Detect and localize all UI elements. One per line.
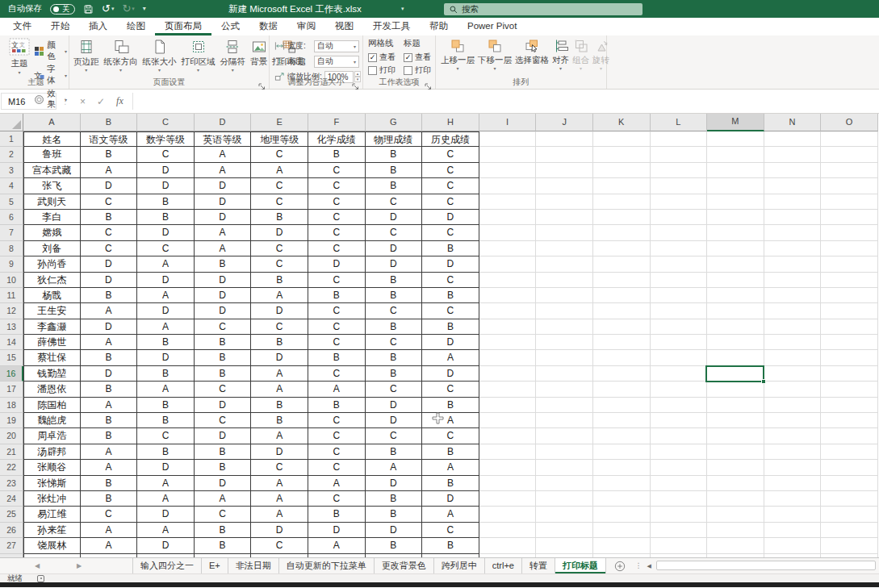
cell[interactable]: A [137,288,195,303]
column-header-C[interactable]: C [137,114,195,131]
cell[interactable]: C [308,491,366,507]
cell[interactable] [764,303,822,319]
cell[interactable]: D [137,178,195,194]
cell[interactable]: 张悌斯 [23,476,81,491]
cell[interactable]: B [137,335,195,350]
cell[interactable]: 狄仁杰 [23,273,81,288]
cell[interactable] [764,491,822,507]
cell[interactable]: B [195,444,252,460]
cell[interactable] [536,256,593,272]
cell[interactable] [821,319,878,335]
column-header-H[interactable]: H [422,114,479,131]
cell[interactable]: D [137,507,195,522]
cell[interactable] [651,523,708,538]
cell[interactable]: B [251,413,308,428]
cell[interactable]: D [137,163,195,178]
cell[interactable]: C [251,178,308,194]
cell[interactable] [651,303,708,319]
cell[interactable] [651,194,708,210]
cell[interactable]: C [308,319,366,335]
cell[interactable]: A [81,538,138,553]
cell[interactable]: C [422,428,479,444]
cell[interactable] [593,507,651,522]
cell[interactable]: A [251,366,308,382]
cell[interactable] [593,398,651,413]
cell[interactable] [821,507,878,522]
row-header-11[interactable]: 11 [0,288,23,303]
row-header-5[interactable]: 5 [0,194,23,210]
sheet-tab-输入四分之一[interactable]: 输入四分之一 [132,558,202,573]
cell[interactable] [764,225,822,240]
sheet-tab-更改背景色[interactable]: 更改背景色 [375,558,434,573]
cell[interactable]: C [366,428,423,444]
cell[interactable]: D [195,428,252,444]
cell[interactable]: C [366,382,423,397]
cell[interactable] [764,444,822,460]
cell[interactable] [479,303,537,319]
cell[interactable] [536,398,593,413]
cell[interactable] [707,382,764,397]
cell[interactable]: B [195,335,252,350]
cell[interactable]: C [251,241,308,256]
cell[interactable]: 姓名 [23,131,81,147]
ribbon-tab-数据[interactable]: 数据 [249,18,287,35]
cell[interactable] [479,350,537,365]
cell[interactable] [707,178,764,194]
cell[interactable] [593,413,651,428]
sheet-nav-left-icon[interactable]: ◀ [16,558,58,573]
cell[interactable]: B [81,382,138,397]
cell[interactable]: D [366,210,423,225]
cell[interactable]: C [308,178,366,194]
cell[interactable]: B [137,366,195,382]
cell[interactable] [479,335,537,350]
cell[interactable] [593,225,651,240]
cell[interactable] [764,366,822,382]
cell[interactable] [821,366,878,382]
checkbox-网格线-打印[interactable]: 打印 [368,65,396,76]
cell[interactable]: B [422,288,479,303]
cell[interactable]: B [366,288,423,303]
cell[interactable] [651,413,708,428]
cell[interactable]: 张飞 [23,178,81,194]
cell[interactable]: A [251,476,308,491]
cell[interactable] [764,256,822,272]
cell[interactable] [479,444,537,460]
cell[interactable]: B [308,147,366,162]
cell[interactable]: D [422,366,479,382]
cell[interactable]: B [195,538,252,553]
sheet-tab-跨列居中[interactable]: 跨列居中 [434,558,485,573]
cell[interactable]: D [195,288,252,303]
cell[interactable] [821,210,878,225]
cell[interactable]: 刘备 [23,241,81,256]
cell[interactable]: D [251,350,308,365]
cell[interactable]: D [308,256,366,272]
button-背景[interactable]: 背景 [248,39,270,73]
cell[interactable]: B [81,476,138,491]
spin-up-icon[interactable]: ▴ [354,71,362,77]
title-dropdown-icon[interactable]: ▾ [401,0,404,18]
ribbon-tab-文件[interactable]: 文件 [3,18,41,35]
cell[interactable]: A [81,398,138,413]
cell[interactable] [821,163,878,178]
column-header-A[interactable]: A [23,114,81,131]
cell[interactable] [536,538,593,553]
button-效果[interactable]: 效果▾ [34,88,67,111]
cell[interactable]: D [366,256,423,272]
cell[interactable] [764,413,822,428]
cell[interactable]: A [422,413,479,428]
cell[interactable]: C [422,303,479,319]
cell[interactable]: C [422,225,479,240]
macro-record-icon[interactable] [37,575,44,582]
cell[interactable]: B [81,210,138,225]
cell[interactable]: A [308,476,366,491]
cell[interactable] [593,147,651,162]
cell[interactable]: D [137,225,195,240]
column-header-K[interactable]: K [593,114,651,131]
cell[interactable]: C [422,194,479,210]
cell[interactable] [707,147,764,162]
cell[interactable] [651,350,708,365]
cell[interactable]: B [366,319,423,335]
cell[interactable]: C [366,303,423,319]
ribbon-tab-Power Pivot[interactable]: Power Pivot [458,18,526,35]
themes-button[interactable]: 文文 主题 ▾ [6,38,32,111]
